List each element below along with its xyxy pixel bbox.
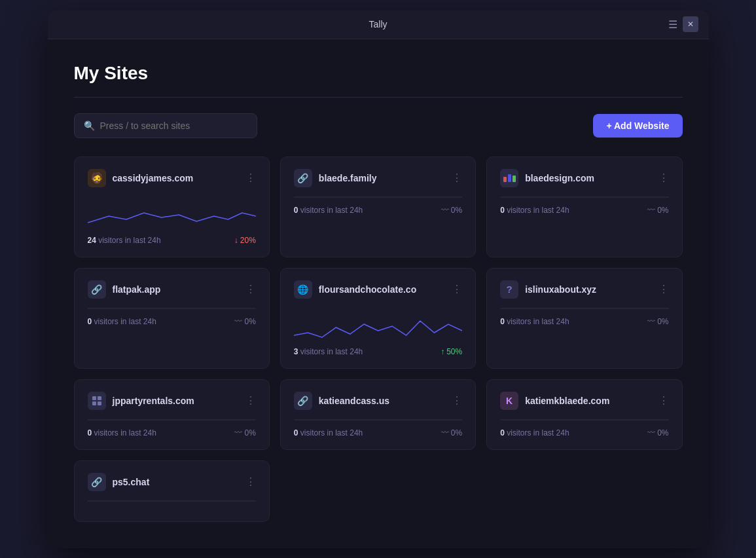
card-header: 🔗 katieandcass.us ⋮: [294, 392, 462, 410]
site-name: blaede.family: [319, 173, 377, 183]
site-favicon: 🧔: [88, 169, 106, 187]
toolbar: 🔍 + Add Website: [74, 113, 683, 138]
card-menu-icon[interactable]: ⋮: [658, 396, 669, 406]
card-header: blaedesign.com ⋮: [500, 169, 668, 187]
empty-chart: [294, 419, 462, 420]
card-site-info: 🌐 floursandchocolate.co: [294, 280, 416, 299]
card-stats: 0 visitors in last 24h 〰 0%: [294, 428, 462, 437]
site-card[interactable]: 🔗 flatpak.app ⋮ 0 visitors in last 24h 〰…: [74, 268, 270, 369]
visitors-text: 3 visitors in last 24h: [294, 347, 363, 356]
chart-area: [88, 196, 256, 228]
card-site-info: 🧔 cassidyjames.com: [88, 169, 194, 187]
site-favicon: 🌐: [294, 280, 312, 299]
visitors-text: 0 visitors in last 24h: [500, 317, 569, 326]
site-card[interactable]: K katiemkblaede.com ⋮ 0 visitors in last…: [486, 379, 682, 450]
card-header: 🧔 cassidyjames.com ⋮: [88, 169, 256, 187]
site-name: flatpak.app: [113, 284, 161, 295]
site-name: jppartyrentals.com: [113, 396, 194, 406]
card-site-info: 🔗 ps5.chat: [88, 473, 150, 491]
visitors-text: 0 visitors in last 24h: [294, 206, 363, 215]
card-stats: 0 visitors in last 24h 〰 0%: [88, 317, 256, 326]
percent-badge: 〰 0%: [647, 428, 668, 437]
empty-chart: [500, 419, 668, 420]
site-card[interactable]: blaedesign.com ⋮ 0 visitors in last 24h …: [486, 157, 682, 257]
card-site-info: ? islinuxabout.xyz: [500, 280, 596, 299]
site-name: floursandchocolate.co: [319, 284, 416, 295]
site-name: islinuxabout.xyz: [525, 284, 596, 295]
card-stats: 0 visitors in last 24h 〰 0%: [294, 206, 462, 215]
site-card[interactable]: ? islinuxabout.xyz ⋮ 0 visitors in last …: [486, 268, 682, 369]
card-site-info: 🔗 flatpak.app: [88, 280, 161, 299]
card-stats: 0 visitors in last 24h 〰 0%: [500, 206, 668, 215]
site-card[interactable]: 🧔 cassidyjames.com ⋮ 24 visitors in last…: [74, 157, 270, 257]
visitors-text: 24 visitors in last 24h: [88, 236, 161, 245]
card-menu-icon[interactable]: ⋮: [452, 396, 462, 406]
percent-badge: ↓ 20%: [234, 236, 256, 245]
site-name: cassidyjames.com: [113, 173, 194, 183]
percent-badge: 〰 0%: [647, 317, 668, 326]
card-menu-icon[interactable]: ⋮: [452, 173, 462, 183]
site-favicon: ?: [500, 280, 518, 299]
card-header: K katiemkblaede.com ⋮: [500, 392, 668, 410]
card-stats: 0 visitors in last 24h 〰 0%: [88, 428, 256, 437]
card-header: 🔗 blaede.family ⋮: [294, 169, 462, 187]
menu-icon[interactable]: ☰: [668, 18, 677, 31]
card-stats: 0 visitors in last 24h 〰 0%: [500, 428, 668, 437]
close-button[interactable]: ✕: [683, 16, 698, 32]
percent-badge: 〰 0%: [234, 428, 255, 437]
card-menu-icon[interactable]: ⋮: [245, 284, 256, 295]
visitors-text: 0 visitors in last 24h: [500, 428, 569, 437]
percent-badge: 〰 0%: [234, 317, 255, 326]
card-header: 🔗 flatpak.app ⋮: [88, 280, 256, 299]
visitors-text: 0 visitors in last 24h: [294, 428, 363, 437]
card-menu-icon[interactable]: ⋮: [245, 173, 256, 183]
percent-badge: ↑ 50%: [441, 347, 462, 356]
card-stats: 3 visitors in last 24h ↑ 50%: [294, 347, 462, 356]
card-site-info: 🔗 blaede.family: [294, 169, 377, 187]
site-card[interactable]: 🔗 blaede.family ⋮ 0 visitors in last 24h…: [280, 157, 476, 257]
card-menu-icon[interactable]: ⋮: [452, 284, 462, 295]
title-divider: [74, 97, 683, 98]
visitors-text: 0 visitors in last 24h: [500, 206, 569, 215]
card-header: ? islinuxabout.xyz ⋮: [500, 280, 668, 299]
site-card[interactable]: 🔗 katieandcass.us ⋮ 0 visitors in last 2…: [280, 379, 476, 450]
card-stats: 0 visitors in last 24h 〰 0%: [500, 317, 668, 326]
card-menu-icon[interactable]: ⋮: [245, 477, 256, 487]
site-favicon: 🔗: [294, 392, 312, 410]
card-menu-icon[interactable]: ⋮: [658, 173, 669, 183]
site-favicon: [500, 169, 518, 187]
sites-grid: 🧔 cassidyjames.com ⋮ 24 visitors in last…: [74, 157, 683, 522]
search-input[interactable]: [100, 121, 247, 131]
chart-area: [294, 308, 462, 339]
empty-chart: [88, 308, 256, 309]
card-site-info: jppartyrentals.com: [88, 392, 194, 410]
site-card[interactable]: 🔗 ps5.chat ⋮: [74, 460, 270, 522]
search-box[interactable]: 🔍: [74, 113, 257, 138]
card-menu-icon[interactable]: ⋮: [245, 396, 256, 406]
add-website-button[interactable]: + Add Website: [593, 114, 682, 138]
site-favicon: 🔗: [88, 280, 106, 299]
empty-chart: [500, 196, 668, 198]
main-content: My Sites 🔍 + Add Website 🧔 cassidyjames.…: [48, 39, 709, 548]
site-favicon: 🔗: [88, 473, 106, 491]
card-header: 🌐 floursandchocolate.co ⋮: [294, 280, 462, 299]
site-favicon: 🔗: [294, 169, 312, 187]
card-site-info: K katiemkblaede.com: [500, 392, 609, 410]
site-card[interactable]: 🌐 floursandchocolate.co ⋮ 3 visitors in …: [280, 268, 476, 369]
card-site-info: blaedesign.com: [500, 169, 594, 187]
empty-chart: [88, 500, 256, 502]
titlebar-controls: ☰ ✕: [668, 16, 698, 32]
page-title: My Sites: [74, 63, 683, 84]
empty-chart: [294, 196, 462, 198]
app-title: Tally: [369, 19, 387, 29]
percent-badge: 〰 0%: [441, 206, 462, 215]
card-stats: 24 visitors in last 24h ↓ 20%: [88, 236, 256, 245]
empty-chart: [500, 308, 668, 309]
percent-badge: 〰 0%: [441, 428, 462, 437]
visitors-text: 0 visitors in last 24h: [88, 428, 156, 437]
card-menu-icon[interactable]: ⋮: [658, 284, 669, 295]
site-card[interactable]: jppartyrentals.com ⋮ 0 visitors in last …: [74, 379, 270, 450]
site-favicon: K: [500, 392, 518, 410]
empty-chart: [88, 419, 256, 420]
visitors-text: 0 visitors in last 24h: [88, 317, 156, 326]
